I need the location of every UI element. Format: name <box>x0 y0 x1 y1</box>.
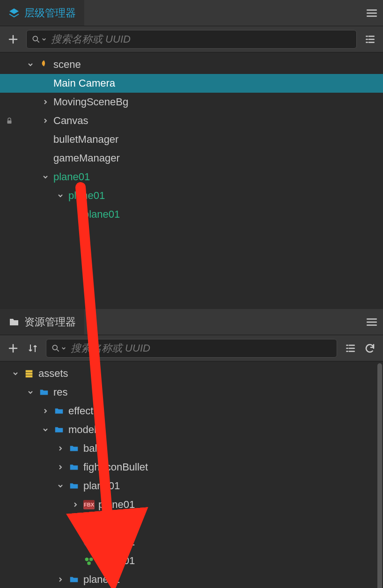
folder-icon <box>38 387 50 398</box>
hierarchy-node[interactable]: bulletManager <box>0 130 383 149</box>
asset-label: effect <box>68 405 93 417</box>
node-label: MovingSceneBg <box>53 96 128 108</box>
chevron-right-icon[interactable] <box>71 519 80 528</box>
asset-node[interactable]: plane02 <box>0 570 383 588</box>
asset-label: plane01 <box>98 517 135 529</box>
asset-label: plane02 <box>83 573 120 586</box>
assets-tree[interactable]: assetsreseffectmodelballfightIconBulletp… <box>0 361 383 588</box>
chevron-right-icon[interactable] <box>41 407 50 415</box>
add-asset-button[interactable] <box>7 342 20 355</box>
hierarchy-node[interactable]: plane01 <box>0 186 383 205</box>
assets-header: 资源管理器 <box>0 309 383 335</box>
svg-rect-3 <box>26 370 33 373</box>
hierarchy-tree[interactable]: sceneMain CameraMovingSceneBgCanvasbulle… <box>0 52 383 309</box>
material-icon <box>83 537 95 548</box>
chevron-right-icon[interactable] <box>56 575 65 584</box>
asset-label: plane01 <box>83 480 120 492</box>
asset-label: model <box>68 424 96 436</box>
node-label: scene <box>53 59 81 71</box>
folder-icon <box>8 316 20 328</box>
database-icon <box>23 368 35 379</box>
asset-label: ball <box>83 442 99 455</box>
chevron-down-icon[interactable] <box>56 482 65 490</box>
hierarchy-node[interactable]: gameManager <box>0 149 383 168</box>
chevron-down-icon[interactable] <box>41 426 50 434</box>
node-label: plane01 <box>68 190 105 202</box>
chevron-down-icon[interactable] <box>41 173 50 181</box>
assets-menu-button[interactable] <box>361 309 383 335</box>
assets-scrollbar[interactable] <box>377 363 382 588</box>
folder-icon <box>68 443 80 454</box>
asset-node[interactable]: plane01 <box>0 514 383 533</box>
scene-icon <box>38 59 50 70</box>
svg-point-0 <box>33 36 37 41</box>
asset-node[interactable]: FBXplane01 <box>0 495 383 514</box>
assets-search-input[interactable] <box>71 342 332 354</box>
hierarchy-toolbar <box>0 26 383 52</box>
folder-icon <box>68 462 80 473</box>
add-node-button[interactable] <box>7 33 20 46</box>
hierarchy-title: 层级管理器 <box>24 6 76 20</box>
asset-node[interactable]: plane01 <box>0 477 383 495</box>
hierarchy-header: 层级管理器 <box>0 0 383 26</box>
assets-search-mode-dropdown[interactable] <box>51 344 66 353</box>
hierarchy-node[interactable]: MovingSceneBg <box>0 93 383 111</box>
asset-node[interactable]: plane01 <box>0 533 383 551</box>
asset-label: fightIconBullet <box>83 461 148 473</box>
hierarchy-menu-button[interactable] <box>361 0 383 26</box>
node-label: Canvas <box>53 115 88 127</box>
folder-icon <box>53 424 65 435</box>
chevron-right-icon[interactable] <box>41 98 50 106</box>
chevron-down-icon[interactable] <box>26 388 35 397</box>
asset-node[interactable]: model <box>0 420 383 439</box>
asset-node[interactable]: fightIconBullet <box>0 458 383 477</box>
asset-label: plane01 <box>98 499 135 511</box>
hierarchy-node[interactable]: Main Camera <box>0 74 383 93</box>
folder-icon <box>68 480 80 492</box>
node-label: plane01 <box>83 208 120 220</box>
refresh-button[interactable] <box>363 342 376 355</box>
chevron-right-icon[interactable] <box>56 444 65 453</box>
hierarchy-tab[interactable]: 层级管理器 <box>0 0 84 26</box>
sort-button[interactable] <box>26 342 39 355</box>
chevron-right-icon[interactable] <box>41 117 50 125</box>
lock-icon[interactable] <box>0 117 19 125</box>
asset-label: assets <box>38 368 68 380</box>
chevron-right-icon[interactable] <box>56 463 65 471</box>
svg-point-2 <box>52 345 57 350</box>
hierarchy-search-input[interactable] <box>51 33 352 45</box>
asset-node[interactable]: assets <box>0 364 383 383</box>
node-label: bulletManager <box>53 133 118 146</box>
chevron-down-icon[interactable] <box>56 191 65 200</box>
search-mode-dropdown[interactable] <box>31 35 46 44</box>
hierarchy-node[interactable]: scene <box>0 55 383 74</box>
assets-tab[interactable]: 资源管理器 <box>0 309 84 335</box>
assets-list-view-button[interactable] <box>344 342 357 355</box>
layers-icon <box>8 7 20 19</box>
hierarchy-search[interactable] <box>26 30 357 49</box>
node-label: plane01 <box>53 171 90 183</box>
mesh-icon <box>83 555 95 566</box>
asset-node[interactable]: effect <box>0 402 383 420</box>
folder-icon <box>53 405 65 417</box>
assets-search[interactable] <box>46 339 337 358</box>
assets-title: 资源管理器 <box>24 315 76 329</box>
node-label: gameManager <box>53 152 120 164</box>
svg-rect-5 <box>26 375 33 378</box>
asset-node[interactable]: res <box>0 383 383 402</box>
node-label: Main Camera <box>53 77 115 89</box>
asset-node[interactable]: plane01 <box>0 551 383 570</box>
hierarchy-node[interactable]: plane01 <box>0 168 383 186</box>
list-view-button[interactable] <box>363 33 376 46</box>
chevron-down-icon[interactable] <box>26 60 35 69</box>
chevron-right-icon[interactable] <box>71 500 80 509</box>
svg-rect-4 <box>26 373 33 375</box>
asset-label: res <box>53 386 68 398</box>
hierarchy-node[interactable]: plane01 <box>0 205 383 224</box>
asset-node[interactable]: ball <box>0 439 383 458</box>
image-icon <box>83 518 95 529</box>
hierarchy-node[interactable]: Canvas <box>0 111 383 130</box>
svg-rect-1 <box>7 120 12 124</box>
chevron-down-icon[interactable] <box>11 369 20 378</box>
hierarchy-panel: 层级管理器 sceneMain CameraMovingSceneBgCanva… <box>0 0 383 309</box>
